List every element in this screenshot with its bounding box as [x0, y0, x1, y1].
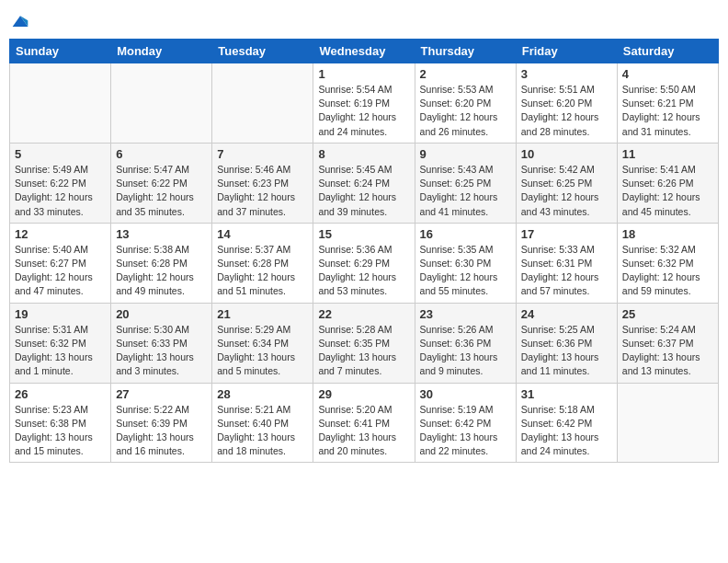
calendar-cell: 18Sunrise: 5:32 AM Sunset: 6:32 PM Dayli… [617, 223, 718, 303]
calendar-cell: 16Sunrise: 5:35 AM Sunset: 6:30 PM Dayli… [415, 223, 516, 303]
day-info: Sunrise: 5:47 AM Sunset: 6:22 PM Dayligh… [116, 163, 207, 219]
calendar-cell: 10Sunrise: 5:42 AM Sunset: 6:25 PM Dayli… [516, 143, 617, 223]
calendar-cell: 25Sunrise: 5:24 AM Sunset: 6:37 PM Dayli… [617, 303, 718, 383]
logo-icon [11, 13, 29, 31]
calendar-cell: 4Sunrise: 5:50 AM Sunset: 6:21 PM Daylig… [617, 63, 718, 144]
day-info: Sunrise: 5:25 AM Sunset: 6:36 PM Dayligh… [521, 323, 612, 379]
day-info: Sunrise: 5:19 AM Sunset: 6:42 PM Dayligh… [420, 403, 511, 459]
day-number: 12 [15, 227, 106, 241]
day-number: 31 [521, 387, 612, 401]
day-number: 7 [217, 147, 308, 161]
day-info: Sunrise: 5:23 AM Sunset: 6:38 PM Dayligh… [15, 403, 106, 459]
calendar-cell: 28Sunrise: 5:21 AM Sunset: 6:40 PM Dayli… [212, 383, 313, 463]
calendar-cell: 13Sunrise: 5:38 AM Sunset: 6:28 PM Dayli… [111, 223, 212, 303]
day-number: 9 [420, 147, 511, 161]
calendar-cell: 31Sunrise: 5:18 AM Sunset: 6:42 PM Dayli… [516, 383, 617, 463]
calendar-cell: 23Sunrise: 5:26 AM Sunset: 6:36 PM Dayli… [415, 303, 516, 383]
day-number: 18 [622, 227, 713, 241]
day-number: 1 [318, 67, 409, 81]
day-number: 11 [622, 147, 713, 161]
calendar-cell: 12Sunrise: 5:40 AM Sunset: 6:27 PM Dayli… [10, 223, 111, 303]
day-info: Sunrise: 5:45 AM Sunset: 6:24 PM Dayligh… [318, 163, 409, 219]
day-number: 15 [318, 227, 409, 241]
day-number: 8 [318, 147, 409, 161]
day-number: 17 [521, 227, 612, 241]
day-number: 5 [15, 147, 106, 161]
calendar-cell: 11Sunrise: 5:41 AM Sunset: 6:26 PM Dayli… [617, 143, 718, 223]
day-number: 14 [217, 227, 308, 241]
day-info: Sunrise: 5:42 AM Sunset: 6:25 PM Dayligh… [521, 163, 612, 219]
calendar-cell: 5Sunrise: 5:49 AM Sunset: 6:22 PM Daylig… [10, 143, 111, 223]
calendar-cell: 2Sunrise: 5:53 AM Sunset: 6:20 PM Daylig… [415, 63, 516, 144]
calendar-cell: 14Sunrise: 5:37 AM Sunset: 6:28 PM Dayli… [212, 223, 313, 303]
day-number: 22 [318, 307, 409, 321]
calendar-table: SundayMondayTuesdayWednesdayThursdayFrid… [9, 39, 719, 463]
day-number: 24 [521, 307, 612, 321]
calendar-week-4: 19Sunrise: 5:31 AM Sunset: 6:32 PM Dayli… [10, 303, 719, 383]
calendar-cell [617, 383, 718, 463]
day-info: Sunrise: 5:32 AM Sunset: 6:32 PM Dayligh… [622, 243, 713, 299]
day-number: 10 [521, 147, 612, 161]
calendar-cell: 9Sunrise: 5:43 AM Sunset: 6:25 PM Daylig… [415, 143, 516, 223]
calendar-cell: 22Sunrise: 5:28 AM Sunset: 6:35 PM Dayli… [313, 303, 415, 383]
header-friday: Friday [516, 40, 617, 63]
header-monday: Monday [111, 40, 212, 63]
calendar-week-5: 26Sunrise: 5:23 AM Sunset: 6:38 PM Dayli… [10, 383, 719, 463]
day-info: Sunrise: 5:54 AM Sunset: 6:19 PM Dayligh… [318, 83, 409, 139]
day-info: Sunrise: 5:49 AM Sunset: 6:22 PM Dayligh… [15, 163, 106, 219]
day-info: Sunrise: 5:43 AM Sunset: 6:25 PM Dayligh… [420, 163, 511, 219]
calendar-cell [212, 63, 313, 144]
calendar-cell: 15Sunrise: 5:36 AM Sunset: 6:29 PM Dayli… [313, 223, 415, 303]
day-info: Sunrise: 5:20 AM Sunset: 6:41 PM Dayligh… [318, 403, 409, 459]
header-tuesday: Tuesday [212, 40, 313, 63]
day-number: 2 [420, 67, 511, 81]
calendar-cell: 3Sunrise: 5:51 AM Sunset: 6:20 PM Daylig… [516, 63, 617, 144]
header-saturday: Saturday [617, 40, 718, 63]
header-wednesday: Wednesday [313, 40, 415, 63]
day-info: Sunrise: 5:26 AM Sunset: 6:36 PM Dayligh… [420, 323, 511, 379]
day-number: 23 [420, 307, 511, 321]
day-info: Sunrise: 5:21 AM Sunset: 6:40 PM Dayligh… [217, 403, 308, 459]
calendar-cell: 24Sunrise: 5:25 AM Sunset: 6:36 PM Dayli… [516, 303, 617, 383]
logo [9, 13, 29, 31]
calendar-cell: 29Sunrise: 5:20 AM Sunset: 6:41 PM Dayli… [313, 383, 415, 463]
day-number: 29 [318, 387, 409, 401]
header-sunday: Sunday [10, 40, 111, 63]
day-info: Sunrise: 5:38 AM Sunset: 6:28 PM Dayligh… [116, 243, 207, 299]
calendar-week-3: 12Sunrise: 5:40 AM Sunset: 6:27 PM Dayli… [10, 223, 719, 303]
day-number: 20 [116, 307, 207, 321]
calendar-cell: 19Sunrise: 5:31 AM Sunset: 6:32 PM Dayli… [10, 303, 111, 383]
day-number: 25 [622, 307, 713, 321]
day-info: Sunrise: 5:18 AM Sunset: 6:42 PM Dayligh… [521, 403, 612, 459]
day-info: Sunrise: 5:35 AM Sunset: 6:30 PM Dayligh… [420, 243, 511, 299]
day-info: Sunrise: 5:31 AM Sunset: 6:32 PM Dayligh… [15, 323, 106, 379]
day-info: Sunrise: 5:33 AM Sunset: 6:31 PM Dayligh… [521, 243, 612, 299]
day-info: Sunrise: 5:51 AM Sunset: 6:20 PM Dayligh… [521, 83, 612, 139]
calendar-header-row: SundayMondayTuesdayWednesdayThursdayFrid… [10, 40, 719, 63]
day-info: Sunrise: 5:36 AM Sunset: 6:29 PM Dayligh… [318, 243, 409, 299]
day-info: Sunrise: 5:29 AM Sunset: 6:34 PM Dayligh… [217, 323, 308, 379]
calendar-week-1: 1Sunrise: 5:54 AM Sunset: 6:19 PM Daylig… [10, 63, 719, 144]
page-header [9, 9, 719, 31]
day-info: Sunrise: 5:40 AM Sunset: 6:27 PM Dayligh… [15, 243, 106, 299]
day-info: Sunrise: 5:41 AM Sunset: 6:26 PM Dayligh… [622, 163, 713, 219]
calendar-cell: 21Sunrise: 5:29 AM Sunset: 6:34 PM Dayli… [212, 303, 313, 383]
day-number: 27 [116, 387, 207, 401]
day-number: 30 [420, 387, 511, 401]
day-info: Sunrise: 5:28 AM Sunset: 6:35 PM Dayligh… [318, 323, 409, 379]
day-number: 21 [217, 307, 308, 321]
calendar-cell: 7Sunrise: 5:46 AM Sunset: 6:23 PM Daylig… [212, 143, 313, 223]
calendar-cell: 27Sunrise: 5:22 AM Sunset: 6:39 PM Dayli… [111, 383, 212, 463]
day-number: 28 [217, 387, 308, 401]
day-info: Sunrise: 5:53 AM Sunset: 6:20 PM Dayligh… [420, 83, 511, 139]
day-number: 19 [15, 307, 106, 321]
day-info: Sunrise: 5:22 AM Sunset: 6:39 PM Dayligh… [116, 403, 207, 459]
calendar-cell [111, 63, 212, 144]
calendar-cell [10, 63, 111, 144]
day-info: Sunrise: 5:50 AM Sunset: 6:21 PM Dayligh… [622, 83, 713, 139]
calendar-cell: 17Sunrise: 5:33 AM Sunset: 6:31 PM Dayli… [516, 223, 617, 303]
day-number: 13 [116, 227, 207, 241]
calendar-cell: 20Sunrise: 5:30 AM Sunset: 6:33 PM Dayli… [111, 303, 212, 383]
header-thursday: Thursday [415, 40, 516, 63]
day-number: 4 [622, 67, 713, 81]
